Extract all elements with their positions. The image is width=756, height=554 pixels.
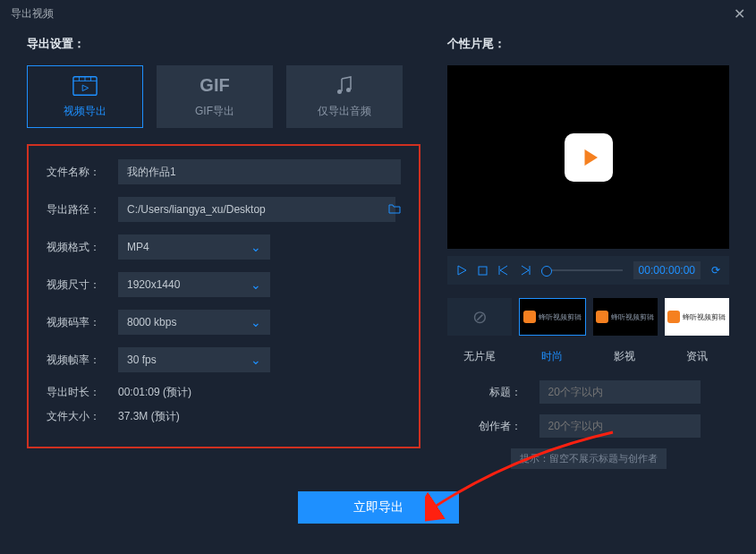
title-input[interactable] [539,380,701,404]
export-settings-title: 导出设置： [27,36,420,52]
size-label: 视频尺寸： [47,277,100,293]
player-controls: 00:00:00:00 ⟳ [447,256,729,285]
close-icon[interactable]: ✕ [734,5,745,22]
filename-input[interactable] [118,159,401,184]
titlebar: 导出视频 ✕ [0,0,756,27]
fps-select[interactable]: 30 fps ⌄ [118,347,270,372]
tab-video-export[interactable]: 视频导出 [27,65,143,128]
author-input[interactable] [539,414,701,438]
hint-text: 提示：留空不展示标题与创作者 [511,448,667,469]
title-label: 标题： [477,385,522,400]
path-input[interactable] [118,197,395,222]
next-icon[interactable] [520,265,531,276]
duration-label: 导出时长： [47,385,100,400]
music-icon [332,75,357,97]
ending-title: 个性片尾： [447,36,729,52]
prev-icon[interactable] [498,265,509,276]
ending-label-none: 无片尾 [447,349,513,364]
ending-fashion[interactable]: 蜂听视频剪辑 [519,298,585,336]
format-select[interactable]: MP4 ⌄ [118,234,270,260]
chevron-down-icon: ⌄ [251,277,261,292]
ending-news[interactable]: 蜂听视频剪辑 [665,298,729,336]
filesize-value: 37.3M (预计) [118,409,180,424]
filename-label: 文件名称： [47,165,100,180]
chevron-down-icon: ⌄ [251,353,261,367]
svg-point-5 [337,89,342,94]
export-settings-panel: 导出设置： 视频导出 GIF GIF导出 仅导出音频 文件名称： [27,36,420,469]
bitrate-label: 视频码率： [47,315,100,330]
svg-point-6 [346,88,351,92]
duration-value: 00:01:09 (预计) [118,385,191,400]
ending-movie[interactable]: 蜂听视频剪辑 [593,298,658,336]
ending-label-movie: 影视 [592,349,658,364]
tab-gif-export[interactable]: GIF GIF导出 [157,65,273,128]
ending-label-fashion: 时尚 [520,349,585,364]
video-icon [72,75,98,97]
ending-panel: 个性片尾： 00:00:00:00 ⟳ ⊘ 蜂听视频剪辑 蜂听视频剪辑 蜂听视频… [447,36,729,469]
filesize-label: 文件大小： [47,409,100,424]
format-label: 视频格式： [47,240,100,255]
video-preview [447,65,729,249]
settings-highlighted-box: 文件名称： 导出路径： 视频格式： MP4 ⌄ 视频尺寸： [27,144,420,448]
chevron-down-icon: ⌄ [251,315,261,329]
preview-logo [565,133,613,182]
window-title: 导出视频 [11,6,54,21]
loop-icon[interactable]: ⟳ [711,264,720,277]
folder-icon[interactable] [388,202,401,217]
size-select[interactable]: 1920x1440 ⌄ [118,272,270,297]
svg-rect-7 [479,267,487,275]
chevron-down-icon: ⌄ [251,240,261,254]
export-button[interactable]: 立即导出 [298,491,459,524]
progress-slider[interactable] [541,269,623,271]
ending-label-news: 资讯 [664,349,729,364]
time-display: 00:00:00:00 [633,261,701,279]
play-icon[interactable] [456,265,467,276]
ending-none[interactable]: ⊘ [447,298,512,336]
path-label: 导出路径： [47,202,100,217]
tab-audio-export[interactable]: 仅导出音频 [286,65,403,128]
stop-icon[interactable] [478,266,488,276]
bitrate-select[interactable]: 8000 kbps ⌄ [118,310,270,335]
author-label: 创作者： [477,419,522,434]
fps-label: 视频帧率： [47,353,100,368]
gif-icon: GIF [202,75,227,97]
